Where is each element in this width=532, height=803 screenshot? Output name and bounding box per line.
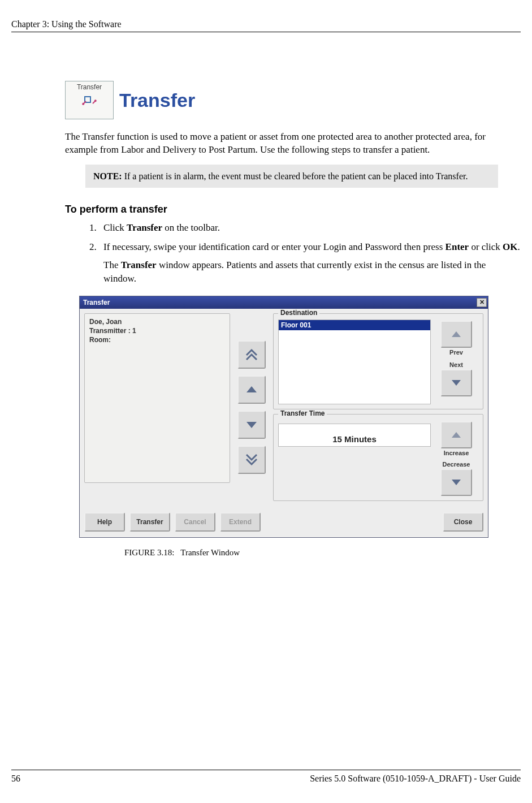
footer-right-text: Series 5.0 Software (0510-1059-A_DRAFT) …	[310, 774, 521, 784]
step-2-followup: The Transfer window appears. Patients an…	[103, 258, 520, 286]
list-top-button[interactable]	[237, 340, 266, 369]
transfer-toolbar-icon: Transfer	[65, 81, 114, 119]
transfer-arrows-icon	[77, 91, 102, 114]
patient-list-panel[interactable]: Doe, Joan Transmitter : 1 Room:	[84, 313, 230, 483]
step-2-text-e: .	[518, 241, 520, 252]
destination-prev-button[interactable]	[440, 321, 472, 348]
patient-name: Doe, Joan	[89, 317, 225, 326]
extend-button-label: Extend	[229, 518, 252, 526]
figure-caption-text: Transfer Window	[180, 548, 240, 557]
destination-listbox[interactable]: Floor 001	[278, 320, 431, 404]
page-footer: 56 Series 5.0 Software (0510-1059-A_DRAF…	[11, 770, 521, 784]
page-content: Transfer Transfer The Transfer function …	[11, 81, 520, 558]
step-2f-a: The	[103, 260, 121, 270]
up-arrow-icon	[243, 381, 260, 398]
cancel-button-label: Cancel	[184, 518, 206, 526]
figure-screenshot: Transfer ✕ Doe, Joan Transmitter : 1 Roo…	[79, 296, 520, 558]
transfer-time-increase-button[interactable]	[440, 421, 472, 448]
patient-transmitter: Transmitter : 1	[89, 326, 225, 335]
step-1: Click Transfer on the toolbar.	[99, 221, 520, 235]
step-1-bold: Transfer	[127, 222, 162, 233]
header-rule	[11, 32, 521, 32]
down-arrow-icon	[448, 474, 465, 491]
up-arrow-icon	[448, 426, 465, 443]
window-footer-row: Help Transfer Cancel Extend Close	[84, 512, 483, 532]
section-title: Transfer	[119, 89, 195, 111]
running-header-text: Chapter 3: Using the Software	[11, 19, 122, 29]
destination-next-button[interactable]	[440, 369, 472, 396]
step-2f-c: window appears. Patients and assets that…	[103, 260, 486, 284]
list-down-button[interactable]	[237, 411, 266, 439]
patient-room: Room:	[89, 335, 225, 344]
step-2-bold-enter: Enter	[446, 241, 469, 252]
transfer-icon-label: Transfer	[77, 83, 102, 91]
destination-item-selected[interactable]: Floor 001	[279, 320, 430, 330]
step-2-text-c: or click	[469, 241, 503, 252]
transfer-window: Transfer ✕ Doe, Joan Transmitter : 1 Roo…	[79, 296, 488, 538]
transfer-time-fieldset: Transfer Time 15 Minutes Increase	[273, 414, 483, 501]
intro-paragraph: The Transfer function is used to move a …	[65, 131, 520, 157]
destination-prev-label: Prev	[449, 349, 463, 356]
running-header: Chapter 3: Using the Software	[11, 19, 521, 32]
window-close-button[interactable]: ✕	[477, 298, 487, 307]
transfer-time-decrease-label: Decrease	[443, 461, 470, 468]
up-arrow-icon	[448, 326, 465, 343]
step-1-text-c: on the toolbar.	[162, 222, 220, 233]
section-heading-row: Transfer Transfer	[65, 81, 520, 119]
close-button-label: Close	[454, 518, 473, 526]
window-body: Doe, Joan Transmitter : 1 Room:	[80, 309, 488, 537]
window-title: Transfer	[83, 299, 110, 306]
step-2f-bold: Transfer	[121, 260, 157, 270]
double-down-arrow-icon	[243, 451, 260, 468]
list-nav-column	[235, 313, 269, 506]
double-up-arrow-icon	[243, 346, 260, 363]
note-text: If a patient is in alarm, the event must…	[122, 171, 468, 181]
transfer-time-decrease-button[interactable]	[440, 469, 472, 496]
page-number: 56	[11, 774, 20, 784]
destination-next-label: Next	[449, 361, 463, 368]
step-2-text-a: If necessary, swipe your identification …	[103, 241, 446, 252]
right-column: Destination Floor 001	[273, 313, 483, 506]
note-label: NOTE:	[93, 171, 122, 181]
procedure-steps: Click Transfer on the toolbar. If necess…	[99, 221, 520, 285]
window-grid: Doe, Joan Transmitter : 1 Room:	[84, 313, 483, 506]
transfer-time-increase-label: Increase	[444, 450, 469, 456]
help-button-label: Help	[97, 518, 112, 526]
close-icon: ✕	[479, 299, 485, 306]
list-bottom-button[interactable]	[237, 446, 266, 474]
down-arrow-icon	[243, 416, 260, 433]
close-button[interactable]: Close	[443, 512, 483, 532]
extend-button[interactable]: Extend	[220, 512, 261, 532]
transfer-time-legend: Transfer Time	[278, 409, 327, 417]
step-2-bold-ok: OK	[503, 241, 517, 252]
figure-caption: FIGURE 3.18: Transfer Window	[124, 548, 520, 558]
window-titlebar: Transfer ✕	[80, 296, 488, 309]
step-1-text-a: Click	[103, 222, 127, 233]
patient-list-column: Doe, Joan Transmitter : 1 Room:	[84, 313, 230, 506]
step-2: If necessary, swipe your identification …	[99, 240, 520, 285]
help-button[interactable]: Help	[84, 512, 125, 532]
down-arrow-icon	[448, 374, 465, 391]
procedure-subhead: To perform a transfer	[65, 204, 520, 215]
figure-label: FIGURE 3.18:	[124, 548, 174, 557]
destination-fieldset: Destination Floor 001	[273, 313, 483, 409]
transfer-time-value: 15 Minutes	[278, 424, 431, 447]
note-box: NOTE: If a patient is in alarm, the even…	[85, 165, 498, 188]
list-up-button[interactable]	[237, 375, 266, 404]
destination-legend: Destination	[278, 309, 319, 317]
transfer-button-label: Transfer	[136, 518, 163, 526]
cancel-button[interactable]: Cancel	[175, 512, 215, 532]
transfer-button[interactable]: Transfer	[129, 512, 170, 532]
